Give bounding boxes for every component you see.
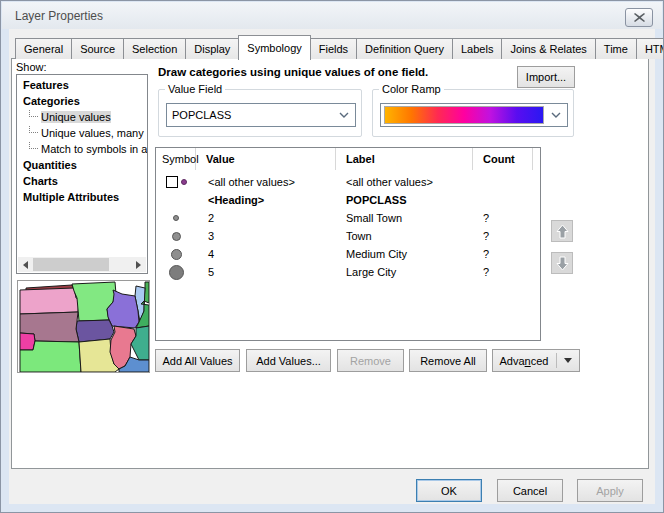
move-up-button[interactable] xyxy=(551,220,573,242)
add-all-values-button[interactable]: Add All Values xyxy=(155,349,240,372)
column-header-value: Value xyxy=(196,148,336,170)
show-item-label: Categories xyxy=(23,95,80,107)
all-other-values-checkbox[interactable] xyxy=(166,176,178,188)
button-label: Remove xyxy=(350,355,391,367)
show-item-label: Match to symbols in a xyxy=(41,143,147,155)
symbol-cell xyxy=(156,215,196,221)
chevron-down-icon xyxy=(545,112,567,118)
value-field-group: Value Field POPCLASS xyxy=(158,89,362,137)
show-item-match-to-symbols-in-a[interactable]: Match to symbols in a xyxy=(17,141,147,157)
symbology-map-preview xyxy=(17,280,150,373)
arrow-up-icon xyxy=(556,224,569,239)
tab-display[interactable]: Display xyxy=(185,38,239,59)
show-item-unique-values-many[interactable]: Unique values, many xyxy=(17,125,147,141)
dialog-body: GeneralSourceSelectionDisplaySymbologyFi… xyxy=(9,29,655,504)
button-divider xyxy=(556,353,557,368)
column-header-label: Label xyxy=(336,148,473,170)
value-field-value: POPCLASS xyxy=(167,109,333,121)
color-ramp-group: Color Ramp xyxy=(372,89,574,137)
value-field-combobox[interactable]: POPCLASS xyxy=(166,103,356,127)
show-item-multiple-attributes[interactable]: Multiple Attributes xyxy=(17,189,147,205)
all-other-values-symbol[interactable] xyxy=(181,179,187,185)
category-symbol[interactable] xyxy=(173,215,179,221)
symbology-tab-page: Show: FeaturesCategoriesUnique valuesUni… xyxy=(11,58,649,469)
button-label: Add Values... xyxy=(256,355,321,367)
show-item-label: Quantities xyxy=(23,159,77,171)
label-cell: <all other values> xyxy=(336,176,473,188)
remove-all-button[interactable]: Remove All xyxy=(409,349,487,372)
color-ramp-legend: Color Ramp xyxy=(379,83,444,95)
show-item-categories[interactable]: Categories xyxy=(17,93,147,109)
symbol-cell xyxy=(156,176,196,188)
label-cell: POPCLASS xyxy=(336,194,473,206)
tab-symbology[interactable]: Symbology xyxy=(238,35,310,60)
tab-time[interactable]: Time xyxy=(595,38,637,59)
tab-fields[interactable]: Fields xyxy=(310,38,357,59)
count-cell: ? xyxy=(473,230,533,242)
button-label: Remove All xyxy=(420,355,476,367)
category-symbol[interactable] xyxy=(169,265,184,280)
tab-joins-relates[interactable]: Joins & Relates xyxy=(501,38,595,59)
map-preview-image xyxy=(18,281,149,372)
method-description: Draw categories using unique values of o… xyxy=(158,66,428,78)
table-row[interactable]: 5Large City? xyxy=(156,263,540,281)
remove-button[interactable]: Remove xyxy=(337,349,404,372)
category-symbol[interactable] xyxy=(172,232,181,241)
import-button[interactable]: Import... xyxy=(517,66,575,88)
value-field-legend: Value Field xyxy=(165,83,225,95)
table-row[interactable]: 2Small Town? xyxy=(156,209,540,227)
column-header-symbol: Symbol xyxy=(156,148,196,170)
tab-definition-query[interactable]: Definition Query xyxy=(356,38,453,59)
horizontal-scrollbar[interactable] xyxy=(18,257,146,272)
category-symbol[interactable] xyxy=(171,249,182,260)
cancel-button[interactable]: Cancel xyxy=(497,479,563,502)
color-ramp-combobox[interactable] xyxy=(380,103,568,127)
value-cell: 3 xyxy=(196,230,336,242)
apply-button[interactable]: Apply xyxy=(577,479,643,502)
show-item-charts[interactable]: Charts xyxy=(17,173,147,189)
table-row[interactable]: 3Town? xyxy=(156,227,540,245)
symbol-cell xyxy=(156,249,196,260)
tree-connector xyxy=(29,109,38,117)
table-row[interactable]: <all other values><all other values> xyxy=(156,173,540,191)
show-item-label: Charts xyxy=(23,175,58,187)
color-ramp-swatch xyxy=(384,106,544,124)
table-body: <all other values><all other values><Hea… xyxy=(156,170,540,281)
add-values--button[interactable]: Add Values... xyxy=(246,349,331,372)
table-row[interactable]: <Heading>POPCLASS xyxy=(156,191,540,209)
ok-button[interactable]: OK xyxy=(416,479,482,502)
tab-html-popup[interactable]: HTML Popup xyxy=(636,38,664,59)
close-button[interactable] xyxy=(625,8,653,27)
tab-selection[interactable]: Selection xyxy=(123,38,186,59)
value-cell: 2 xyxy=(196,212,336,224)
tab-strip: GeneralSourceSelectionDisplaySymbologyFi… xyxy=(15,34,664,59)
tab-labels[interactable]: Labels xyxy=(452,38,502,59)
scroll-left-icon xyxy=(19,261,28,269)
move-down-button[interactable] xyxy=(551,252,573,274)
button-label: Advanced xyxy=(500,355,549,367)
label-cell: Medium City xyxy=(336,248,473,260)
tab-source[interactable]: Source xyxy=(71,38,124,59)
unique-values-table: SymbolValueLabelCount <all other values>… xyxy=(155,147,541,341)
table-header: SymbolValueLabelCount xyxy=(156,148,540,170)
show-item-features[interactable]: Features xyxy=(17,77,147,93)
menu-caret-icon xyxy=(564,358,572,367)
column-header-count: Count xyxy=(473,148,533,170)
value-cell: <all other values> xyxy=(196,176,336,188)
tree-connector xyxy=(29,125,38,133)
chevron-down-icon xyxy=(333,112,355,118)
button-label: Add All Values xyxy=(162,355,232,367)
show-item-unique-values[interactable]: Unique values xyxy=(17,109,147,125)
scroll-right-button[interactable] xyxy=(131,257,146,272)
title-bar[interactable]: Layer Properties xyxy=(2,2,662,29)
show-item-label: Features xyxy=(23,79,69,91)
advanced-button[interactable]: Advanced xyxy=(492,349,580,372)
show-item-quantities[interactable]: Quantities xyxy=(17,157,147,173)
scrollbar-thumb[interactable] xyxy=(33,258,109,271)
table-row[interactable]: 4Medium City? xyxy=(156,245,540,263)
tab-general[interactable]: General xyxy=(15,38,72,59)
value-cell: <Heading> xyxy=(196,194,336,206)
scroll-left-button[interactable] xyxy=(18,257,33,272)
show-tree: FeaturesCategoriesUnique valuesUnique va… xyxy=(17,75,147,205)
label-cell: Large City xyxy=(336,266,473,278)
